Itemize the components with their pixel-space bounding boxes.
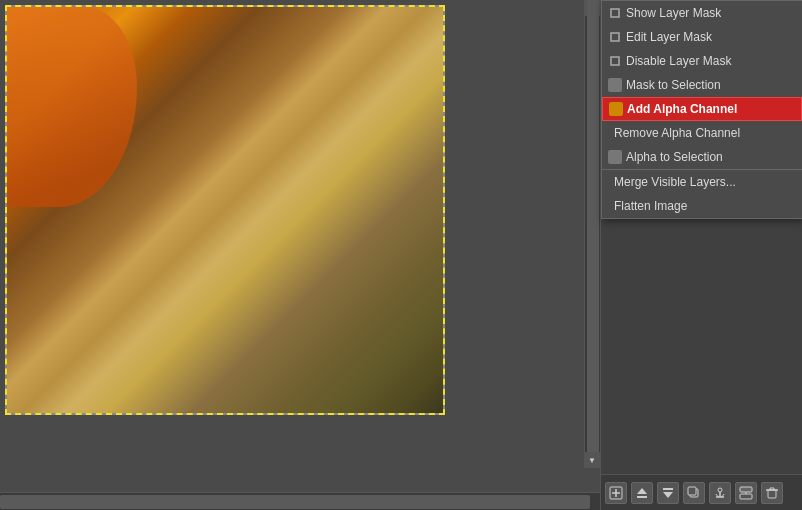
duplicate-layer-button[interactable] [683,482,705,504]
svg-rect-11 [688,487,696,495]
svg-rect-18 [740,494,752,499]
raise-layer-button[interactable] [631,482,653,504]
svg-rect-0 [611,9,619,17]
svg-marker-6 [637,488,647,494]
checkbox-edit-layer-mask [608,30,622,44]
menu-label-edit-layer-mask: Edit Layer Mask [626,30,712,44]
menu-item-flatten-image[interactable]: Flatten Image [602,194,802,218]
horizontal-scrollbar[interactable] [0,492,600,510]
lower-layer-button[interactable] [657,482,679,504]
menu-item-edit-layer-mask[interactable]: Edit Layer Mask [602,25,802,49]
checkbox-show-layer-mask [608,6,622,20]
layer-bottom-toolbar [601,474,802,510]
svg-rect-17 [740,487,752,492]
svg-rect-7 [637,496,647,498]
icon-alpha-to-selection [608,150,622,164]
icon-add-alpha-channel [609,102,623,116]
horizontal-scrollbar-thumb[interactable] [0,495,590,509]
menu-label-disable-layer-mask: Disable Layer Mask [626,54,731,68]
menu-label-show-layer-mask: Show Layer Mask [626,6,721,20]
svg-rect-20 [768,490,776,498]
menu-item-alpha-to-selection[interactable]: Alpha to Selection [602,145,802,169]
menu-label-merge-visible-layers: Merge Visible Layers... [614,175,736,189]
svg-point-12 [718,488,722,492]
svg-rect-1 [611,33,619,41]
svg-rect-2 [611,57,619,65]
dog-shape [7,7,137,207]
menu-item-disable-layer-mask[interactable]: Disable Layer Mask [602,49,802,73]
menu-label-add-alpha-channel: Add Alpha Channel [627,102,737,116]
new-layer-button[interactable] [605,482,627,504]
canvas-area: ▲ ▼ [0,0,600,510]
context-menu: Show Layer Mask Edit Layer Mask Disable … [601,0,802,219]
vertical-scrollbar[interactable]: ▲ ▼ [584,0,600,468]
scroll-down-arrow[interactable]: ▼ [584,452,600,468]
menu-label-flatten-image: Flatten Image [614,199,687,213]
checkbox-disable-layer-mask [608,54,622,68]
menu-item-add-alpha-channel[interactable]: Add Alpha Channel [602,97,802,121]
icon-mask-to-selection [608,78,622,92]
vertical-scrollbar-thumb[interactable] [587,0,599,460]
anchor-layer-button[interactable] [709,482,731,504]
svg-marker-8 [663,492,673,498]
right-panel: Show Layer Mask Edit Layer Mask Disable … [600,0,802,510]
menu-label-alpha-to-selection: Alpha to Selection [626,150,723,164]
merge-layer-button[interactable] [735,482,757,504]
menu-label-mask-to-selection: Mask to Selection [626,78,721,92]
canvas-image [5,5,445,415]
menu-item-mask-to-selection[interactable]: Mask to Selection [602,73,802,97]
menu-item-show-layer-mask[interactable]: Show Layer Mask [602,1,802,25]
delete-layer-button[interactable] [761,482,783,504]
menu-label-remove-alpha-channel: Remove Alpha Channel [614,126,740,140]
svg-rect-9 [663,488,673,490]
canvas-background [7,7,443,413]
menu-item-remove-alpha-channel[interactable]: Remove Alpha Channel [602,121,802,145]
menu-item-merge-visible-layers[interactable]: Merge Visible Layers... [602,170,802,194]
